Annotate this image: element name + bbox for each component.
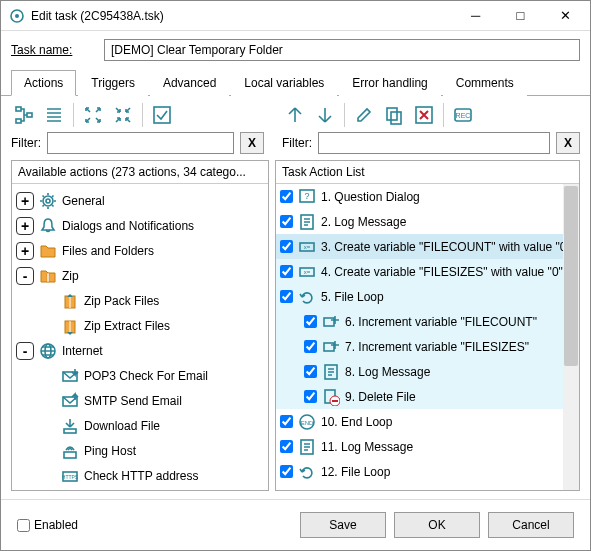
task-row[interactable]: 12. File Loop [276, 459, 579, 484]
filter-label-right: Filter: [282, 136, 312, 150]
download-icon [60, 416, 80, 436]
task-checkbox[interactable] [304, 340, 317, 353]
tab-triggers[interactable]: Triggers [78, 70, 148, 96]
delete-icon[interactable] [411, 102, 437, 128]
tree-item[interactable]: +Files and Folders [14, 238, 266, 263]
task-row[interactable]: 1. Question Dialog [276, 184, 579, 209]
tree-item[interactable]: Download File [14, 413, 266, 438]
task-action-list[interactable]: 1. Question Dialog2. Log Message3. Creat… [276, 184, 579, 490]
expand-toggle[interactable]: + [16, 192, 34, 210]
tree-item[interactable]: -Internet [14, 338, 266, 363]
collapse-all-icon[interactable] [110, 102, 136, 128]
svg-point-1 [15, 14, 19, 18]
tree-item[interactable]: Check HTTP address [14, 463, 266, 488]
tree-item[interactable]: +Dialogs and Notifications [14, 213, 266, 238]
tree-label: Check HTTP address [84, 469, 199, 483]
task-checkbox[interactable] [280, 465, 293, 478]
task-checkbox[interactable] [280, 190, 293, 203]
task-row[interactable]: 2. Log Message [276, 209, 579, 234]
var-icon [297, 262, 317, 282]
app-icon [9, 8, 25, 24]
filter-clear-left[interactable]: X [240, 132, 264, 154]
move-down-icon[interactable] [312, 102, 338, 128]
task-checkbox[interactable] [280, 415, 293, 428]
task-checkbox[interactable] [304, 390, 317, 403]
task-row[interactable]: 9. Delete File [276, 384, 579, 409]
copy-icon[interactable] [381, 102, 407, 128]
task-row[interactable]: 8. Log Message [276, 359, 579, 384]
task-row[interactable]: 3. Create variable "FILECOUNT" with valu… [276, 234, 579, 259]
close-button[interactable]: ✕ [543, 2, 588, 30]
task-name-input[interactable] [104, 39, 580, 61]
filter-row: Filter: X Filter: X [1, 132, 590, 160]
tab-advanced[interactable]: Advanced [150, 70, 229, 96]
task-row[interactable]: 5. File Loop [276, 284, 579, 309]
task-row[interactable]: 11. Log Message [276, 434, 579, 459]
expand-toggle[interactable]: + [16, 242, 34, 260]
task-row[interactable]: 6. Increment variable "FILECOUNT" [276, 309, 579, 334]
tree-item[interactable]: POP3 Check For Email [14, 363, 266, 388]
save-button[interactable]: Save [300, 512, 386, 538]
tree-item[interactable]: SMTP Send Email [14, 388, 266, 413]
tab-actions[interactable]: Actions [11, 70, 76, 96]
list-view-icon[interactable] [41, 102, 67, 128]
task-checkbox[interactable] [280, 265, 293, 278]
filter-input-left[interactable] [47, 132, 234, 154]
task-checkbox[interactable] [280, 290, 293, 303]
expand-toggle[interactable]: - [16, 342, 34, 360]
filter-input-right[interactable] [318, 132, 550, 154]
record-icon[interactable]: REC [450, 102, 476, 128]
task-name-label: Task name: [11, 43, 96, 57]
enabled-label: Enabled [34, 518, 78, 532]
expand-all-icon[interactable] [80, 102, 106, 128]
scrollbar-track[interactable] [563, 184, 579, 490]
task-checkbox[interactable] [304, 315, 317, 328]
tree-label: POP3 Check For Email [84, 369, 208, 383]
expand-toggle[interactable]: + [16, 217, 34, 235]
cancel-button[interactable]: Cancel [488, 512, 574, 538]
end-icon [297, 412, 317, 432]
zip-extract-icon [60, 316, 80, 336]
task-checkbox[interactable] [280, 240, 293, 253]
task-label: 5. File Loop [321, 290, 384, 304]
inc-icon [321, 337, 341, 357]
tree-view-icon[interactable] [11, 102, 37, 128]
actions-tree[interactable]: +General+Dialogs and Notifications+Files… [12, 184, 268, 490]
tree-item[interactable]: +General [14, 188, 266, 213]
bell-icon [38, 216, 58, 236]
scrollbar-thumb[interactable] [564, 186, 578, 366]
tree-label: Files and Folders [62, 244, 154, 258]
expand-toggle[interactable]: - [16, 267, 34, 285]
zip-pack-icon [60, 291, 80, 311]
loop-icon [297, 287, 317, 307]
minimize-button[interactable]: ─ [453, 2, 498, 30]
tree-item[interactable]: Ping Host [14, 438, 266, 463]
filter-clear-right[interactable]: X [556, 132, 580, 154]
globe-icon [38, 341, 58, 361]
task-row[interactable]: 7. Increment variable "FILESIZES" [276, 334, 579, 359]
enabled-checkbox-input[interactable] [17, 519, 30, 532]
svg-rect-7 [391, 112, 401, 124]
tree-label: General [62, 194, 105, 208]
check-icon[interactable] [149, 102, 175, 128]
task-checkbox[interactable] [280, 215, 293, 228]
task-row[interactable]: 10. End Loop [276, 409, 579, 434]
var-icon [297, 237, 317, 257]
task-row[interactable]: 4. Create variable "FILESIZES" with valu… [276, 259, 579, 284]
move-up-icon[interactable] [282, 102, 308, 128]
footer: Enabled Save OK Cancel [1, 499, 590, 550]
edit-icon[interactable] [351, 102, 377, 128]
tab-local-variables[interactable]: Local variables [231, 70, 337, 96]
maximize-button[interactable]: □ [498, 2, 543, 30]
tab-error-handling[interactable]: Error handling [339, 70, 440, 96]
enabled-checkbox[interactable]: Enabled [17, 518, 78, 532]
tree-item[interactable]: Zip Pack Files [14, 288, 266, 313]
tree-item[interactable]: -Zip [14, 263, 266, 288]
tab-comments[interactable]: Comments [443, 70, 527, 96]
folder-icon [38, 241, 58, 261]
tree-item[interactable]: Zip Extract Files [14, 313, 266, 338]
task-checkbox[interactable] [304, 365, 317, 378]
task-checkbox[interactable] [280, 440, 293, 453]
ok-button[interactable]: OK [394, 512, 480, 538]
https-icon [60, 466, 80, 486]
